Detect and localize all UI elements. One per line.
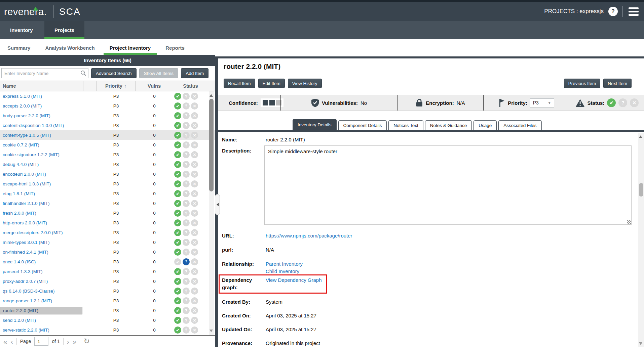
question-status-icon[interactable]: ? [183, 239, 190, 246]
inventory-item-link[interactable]: cookie 0.7.2 (MIT) [3, 142, 39, 147]
reject-status-icon[interactable]: ✕ [191, 278, 198, 285]
inventory-row[interactable]: content-disposition 1.0.0 (MIT)P30✔?✕ [0, 121, 215, 130]
approve-status-icon[interactable]: ✔ [174, 268, 181, 275]
reject-status-icon[interactable]: ✕ [191, 200, 198, 207]
child-inventory-link[interactable]: Child Inventory [266, 268, 299, 274]
detail-tab-associated-files[interactable]: Associated Files [498, 120, 541, 130]
question-status-icon[interactable]: ? [183, 200, 190, 207]
inventory-item-link[interactable]: accepts 2.0.0 (MIT) [3, 103, 42, 109]
question-status-icon[interactable]: ? [183, 161, 190, 168]
next-item-button[interactable]: Next Item [603, 79, 632, 88]
approve-status-icon[interactable]: ✔ [174, 327, 181, 334]
approve-status-icon[interactable]: ✔ [174, 229, 181, 236]
reject-status-icon[interactable]: ✕ [191, 288, 198, 295]
approve-status-icon[interactable]: ✔ [174, 122, 181, 129]
reject-status-icon[interactable]: ✕ [191, 180, 198, 187]
reject-status-icon[interactable]: ✕ [191, 307, 198, 314]
question-status-icon[interactable]: ? [183, 249, 190, 256]
previous-page-icon[interactable]: ‹ [11, 338, 13, 345]
approve-status-icon[interactable]: ✔ [174, 132, 181, 139]
scroll-up-icon[interactable] [639, 135, 642, 138]
inventory-item-link[interactable]: escape-html 1.0.3 (MIT) [3, 181, 51, 186]
inventory-search-input[interactable] [1, 68, 88, 78]
inventory-item-link[interactable]: cookie-signature 1.2.2 (MIT) [3, 152, 60, 157]
approve-status-icon[interactable]: ✔ [174, 297, 181, 304]
inventory-row[interactable]: fresh 2.0.0 (MIT)P30✔?✕ [0, 208, 215, 218]
approve-status-icon[interactable]: ✔ [174, 249, 181, 256]
inventory-row[interactable]: serve-static 2.2.0 (MIT)P30✔?✕ [0, 325, 215, 335]
inventory-item-link[interactable]: serve-static 2.2.0 (MIT) [3, 328, 49, 333]
inventory-row[interactable]: mime-types 3.0.1 (MIT)P30✔?✕ [0, 237, 215, 247]
scroll-down-icon[interactable] [210, 330, 213, 332]
question-status-icon[interactable]: ? [183, 268, 190, 275]
approve-status-icon[interactable]: ✔ [174, 278, 181, 285]
inventory-row[interactable]: content-type 1.0.5 (MIT)P30✔?✕ [0, 130, 215, 140]
inventory-item-link[interactable]: mime-types 3.0.1 (MIT) [3, 240, 50, 245]
inventory-scrollbar[interactable] [209, 91, 214, 335]
approve-status-icon[interactable]: ✔ [174, 171, 181, 178]
tab-summary[interactable]: Summary [1, 42, 36, 55]
description-textarea[interactable]: Simple middleware-style router [264, 145, 632, 225]
inventory-item-link[interactable]: finalhandler 2.1.0 (MIT) [3, 201, 50, 206]
inventory-item-link[interactable]: encodeurl 2.0.0 (MIT) [3, 172, 46, 177]
inventory-row[interactable]: parseurl 1.3.3 (MIT)P30✔?✕ [0, 267, 215, 276]
inventory-row[interactable]: body-parser 2.2.0 (MIT)P30✔?✕ [0, 111, 215, 121]
approve-status-icon[interactable]: ✔ [174, 161, 181, 168]
inventory-row[interactable]: qs 6.14.0 (BSD-3-Clause)P30✔?✕ [0, 286, 215, 296]
inventory-row[interactable]: on-finished 2.4.1 (MIT)P30✔?✕ [0, 247, 215, 257]
inventory-item-link[interactable]: content-type 1.0.5 (MIT) [3, 133, 51, 138]
detail-scrollbar[interactable] [638, 133, 644, 347]
detail-tab-inventory-details[interactable]: Inventory Details [293, 119, 337, 130]
add-item-button[interactable]: Add Item [181, 68, 209, 78]
approve-status-icon[interactable]: ✔ [174, 239, 181, 246]
approve-status-icon[interactable]: ✔ [174, 307, 181, 314]
resize-grip-icon[interactable] [627, 220, 631, 224]
reject-status-icon[interactable]: ✕ [191, 112, 198, 119]
inventory-item-link[interactable]: range-parser 1.2.1 (MIT) [3, 298, 52, 303]
scrollbar-thumb[interactable] [209, 99, 214, 191]
question-status-icon[interactable]: ? [183, 132, 190, 139]
inventory-row[interactable]: cookie-signature 1.2.2 (MIT)P30✔?✕ [0, 150, 215, 160]
inventory-row[interactable]: send 1.2.0 (MIT)P30✔?✕ [0, 315, 215, 325]
inventory-item-link[interactable]: proxy-addr 2.0.7 (MIT) [3, 279, 48, 284]
inventory-row[interactable]: escape-html 1.0.3 (MIT)P30✔?✕ [0, 179, 215, 189]
column-header-priority[interactable]: Priority ↑ [97, 81, 136, 91]
column-header-status[interactable]: Status [173, 81, 208, 91]
last-page-icon[interactable]: » [73, 338, 77, 345]
refresh-icon[interactable]: ↻ [83, 338, 89, 345]
question-status-icon[interactable]: ? [618, 98, 627, 107]
inventory-item-link[interactable]: parseurl 1.3.3 (MIT) [3, 269, 43, 274]
first-page-icon[interactable]: « [3, 338, 7, 345]
reject-status-icon[interactable]: ✕ [191, 210, 198, 217]
detail-tab-component-details[interactable]: Component Details [338, 120, 387, 130]
next-page-icon[interactable]: › [67, 338, 69, 345]
inventory-item-link[interactable]: content-disposition 1.0.0 (MIT) [3, 123, 64, 128]
tab-analysis-workbench[interactable]: Analysis Workbench [39, 42, 101, 55]
scrollbar-thumb[interactable] [639, 183, 643, 197]
approve-status-icon[interactable]: ✔ [174, 141, 181, 148]
approve-status-icon[interactable]: ✔ [174, 151, 181, 158]
page-number-input[interactable] [34, 337, 48, 346]
reject-status-icon[interactable]: ✕ [191, 151, 198, 158]
approve-status-icon[interactable]: ✔ [607, 98, 616, 107]
inventory-row[interactable]: proxy-addr 2.0.7 (MIT)P30✔?✕ [0, 276, 215, 286]
inventory-item-link[interactable]: etag 1.8.1 (MIT) [3, 191, 35, 196]
detail-tab-notices-text[interactable]: Notices Text [388, 120, 423, 130]
recall-item-button[interactable]: Recall Item [224, 79, 255, 88]
detail-tab-notes-guidance[interactable]: Notes & Guidance [425, 120, 472, 130]
inventory-item-link[interactable]: fresh 2.0.0 (MIT) [3, 211, 36, 216]
edit-item-button[interactable]: Edit Item [258, 79, 285, 88]
inventory-item-link[interactable]: merge-descriptors 2.0.0 (MIT) [3, 230, 63, 235]
reject-status-icon[interactable]: ✕ [191, 102, 198, 110]
inventory-row[interactable]: once 1.4.0 (ISC)P30✔?✕ [0, 257, 215, 267]
inventory-item-link[interactable]: once 1.4.0 (ISC) [3, 259, 36, 264]
inventory-item-link[interactable]: router 2.2.0 (MIT) [0, 307, 82, 314]
reject-status-icon[interactable]: ✕ [191, 317, 198, 324]
question-status-icon[interactable]: ? [183, 229, 190, 236]
approve-status-icon[interactable]: ✔ [174, 93, 181, 100]
reject-status-icon[interactable]: ✕ [191, 132, 198, 139]
reject-status-icon[interactable]: ✕ [191, 219, 198, 226]
reject-status-icon[interactable]: ✕ [191, 258, 198, 265]
question-status-icon[interactable]: ? [183, 112, 190, 119]
approve-status-icon[interactable]: ✔ [174, 219, 181, 226]
